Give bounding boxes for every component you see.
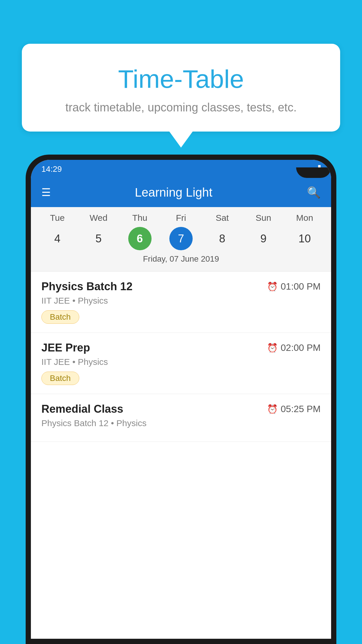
schedule-item-3[interactable]: Remedial Class ⏰ 05:25 PM Physics Batch …	[31, 394, 331, 442]
day-header-mon: Mon	[293, 213, 316, 223]
app-bar: ☰ Learning Light 🔍	[31, 178, 331, 207]
phone-notch	[296, 167, 331, 178]
day-4[interactable]: 4	[46, 227, 69, 250]
schedule-item-2-header: JEE Prep ⏰ 02:00 PM	[41, 342, 321, 354]
app-title: Learning Light	[51, 186, 296, 200]
status-time: 14:29	[41, 164, 62, 174]
day-headers: Tue Wed Thu Fri Sat Sun Mon	[31, 213, 331, 223]
schedule-item-3-subtitle: Physics Batch 12 • Physics	[41, 418, 321, 428]
schedule-item-3-time: ⏰ 05:25 PM	[267, 404, 321, 414]
batch-badge-2: Batch	[41, 372, 79, 385]
speech-bubble-arrow	[169, 132, 193, 148]
clock-icon-1: ⏰	[267, 281, 278, 292]
day-9[interactable]: 9	[252, 227, 275, 250]
day-7-selected[interactable]: 7	[169, 227, 193, 250]
schedule-item-1-header: Physics Batch 12 ⏰ 01:00 PM	[41, 280, 321, 293]
schedule-item-1-title: Physics Batch 12	[41, 280, 133, 293]
schedule-item-1[interactable]: Physics Batch 12 ⏰ 01:00 PM IIT JEE • Ph…	[31, 272, 331, 333]
speech-bubble-container: Time-Table track timetable, upcoming cla…	[22, 44, 340, 148]
schedule-item-2-time: ⏰ 02:00 PM	[267, 342, 321, 353]
clock-icon-2: ⏰	[267, 343, 278, 353]
day-6-today[interactable]: 6	[128, 227, 152, 250]
calendar-strip: Tue Wed Thu Fri Sat Sun Mon 4 5 6 7 8 9 …	[31, 207, 331, 271]
day-header-sat: Sat	[210, 213, 234, 223]
schedule-list: Physics Batch 12 ⏰ 01:00 PM IIT JEE • Ph…	[31, 272, 331, 639]
schedule-item-1-subtitle: IIT JEE • Physics	[41, 296, 321, 306]
day-header-thu: Thu	[128, 213, 152, 223]
speech-bubble: Time-Table track timetable, upcoming cla…	[22, 44, 340, 132]
schedule-item-2[interactable]: JEE Prep ⏰ 02:00 PM IIT JEE • Physics Ba…	[31, 333, 331, 394]
schedule-item-3-header: Remedial Class ⏰ 05:25 PM	[41, 403, 321, 415]
day-10[interactable]: 10	[293, 227, 316, 250]
bubble-title: Time-Table	[39, 64, 323, 94]
day-8[interactable]: 8	[210, 227, 234, 250]
search-icon[interactable]: 🔍	[307, 186, 321, 199]
schedule-item-3-title: Remedial Class	[41, 403, 123, 415]
day-5[interactable]: 5	[87, 227, 110, 250]
schedule-item-2-title: JEE Prep	[41, 342, 90, 354]
schedule-item-2-subtitle: IIT JEE • Physics	[41, 357, 321, 367]
calendar-date-label: Friday, 07 June 2019	[31, 250, 331, 268]
day-header-fri: Fri	[169, 213, 193, 223]
day-header-tue: Tue	[46, 213, 69, 223]
menu-icon[interactable]: ☰	[41, 186, 51, 199]
schedule-item-1-time: ⏰ 01:00 PM	[267, 281, 321, 292]
day-header-sun: Sun	[252, 213, 275, 223]
bubble-subtitle: track timetable, upcoming classes, tests…	[39, 101, 323, 114]
day-header-wed: Wed	[87, 213, 110, 223]
batch-badge-1: Batch	[41, 310, 79, 324]
status-bar: 14:29 ▼ ▲ ▐	[31, 160, 331, 178]
phone-frame: 14:29 ▼ ▲ ▐ ☰ Learning Light 🔍 Tue Wed T	[26, 155, 336, 644]
phone-screen: 14:29 ▼ ▲ ▐ ☰ Learning Light 🔍 Tue Wed T	[31, 160, 331, 639]
day-numbers: 4 5 6 7 8 9 10	[31, 227, 331, 250]
clock-icon-3: ⏰	[267, 404, 278, 414]
